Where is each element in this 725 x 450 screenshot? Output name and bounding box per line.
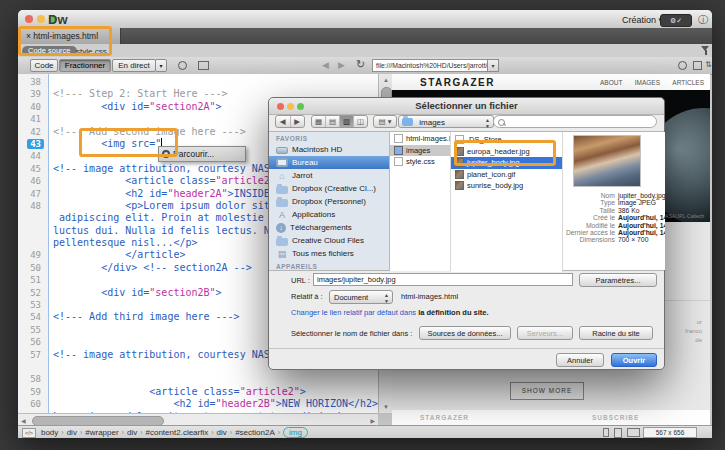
desktop-preview-icon[interactable] xyxy=(627,428,640,437)
breadcrumb-tag-body[interactable]: body xyxy=(41,428,58,437)
sidebar-item-t-l-chargements[interactable]: ↓Téléchargements xyxy=(269,221,389,234)
nav-link-about[interactable]: ABOUT xyxy=(600,79,622,86)
callout-img-src-highlight xyxy=(79,128,178,157)
parameters-button[interactable]: Paramètres... xyxy=(579,273,657,287)
breadcrumb-tag-img[interactable]: img xyxy=(283,427,308,438)
phone-preview-icon[interactable] xyxy=(603,428,609,437)
action-menu-button[interactable]: ▤ ▾ xyxy=(373,115,397,128)
breadcrumb-tag--section2A[interactable]: #section2A xyxy=(235,428,275,437)
sidebar-item-applications[interactable]: AApplications xyxy=(269,208,389,221)
nav-link-articles[interactable]: ARTICLES xyxy=(672,79,704,86)
sidebar-item-dropbox-personnel-[interactable]: Dropbox (Personnel) xyxy=(269,195,389,208)
breadcrumb-tag-div[interactable]: div xyxy=(127,428,137,437)
file-item-style-css[interactable]: style.css xyxy=(390,156,450,168)
line-number: 49 xyxy=(18,249,48,261)
window-size-selector[interactable]: 567 x 656 xyxy=(643,427,697,438)
code-line[interactable]: 60 <h2 id="header2B">NEW HORIZON</h2><p> xyxy=(18,398,378,410)
folder-dropdown[interactable]: images ▲▼ xyxy=(398,115,494,128)
show-more-button[interactable]: SHOW MORE xyxy=(510,382,584,400)
file-item-html-images-html[interactable]: html-images.html xyxy=(390,133,450,145)
file-item-planet-icon-gif[interactable]: planet_icon.gif xyxy=(451,169,562,181)
code-line[interactable]: 38 xyxy=(18,76,378,88)
meta-row: Typeimage JPEG xyxy=(563,199,663,206)
coverflow-view-icon[interactable]: ◫ xyxy=(354,116,367,127)
code-view-button[interactable]: Code xyxy=(30,59,58,72)
info-icon[interactable]: ⓘ xyxy=(698,13,708,27)
address-dropdown-icon[interactable]: ▾ xyxy=(487,59,499,72)
tablet-preview-icon[interactable] xyxy=(614,428,622,438)
servers-button[interactable]: Serveurs... xyxy=(517,326,573,340)
breadcrumb-tag-div[interactable]: div xyxy=(217,428,227,437)
file-management-icon[interactable]: ⇅ xyxy=(705,60,712,69)
sidebar-item-macintosh-hd[interactable]: Macintosh HD xyxy=(269,143,389,156)
sidebar-item-bureau[interactable]: Bureau xyxy=(269,156,389,169)
site-root-button[interactable]: Racine du site xyxy=(579,326,653,340)
preview-site-nav: ABOUTIMAGESARTICLES xyxy=(600,79,704,86)
code-line[interactable]: 58 xyxy=(18,373,378,385)
folder-icon xyxy=(276,238,288,246)
cs-live-button[interactable]: ⚙✓ xyxy=(660,14,692,27)
nav-link-images[interactable]: IMAGES xyxy=(635,79,660,86)
relative-dropdown[interactable]: Document▲▼ xyxy=(329,290,393,304)
dialog-close-button[interactable] xyxy=(277,103,284,110)
breadcrumb-separator-icon: › xyxy=(211,429,213,436)
select-filename-label: Sélectionner le nom de fichier dans : xyxy=(291,329,412,338)
dialog-minimize-button[interactable] xyxy=(287,103,294,110)
dl-icon: ↓ xyxy=(276,223,286,233)
sidebar-item-jarrot[interactable]: ⌂Jarrot xyxy=(269,169,389,182)
meta-row: Nomjupiter_body.jpg xyxy=(563,192,663,199)
relative-dropdown-value: Document xyxy=(334,293,368,302)
icon-view-icon[interactable]: ▦ xyxy=(312,116,326,127)
address-field[interactable]: file:///Macintosh%20HD/Users/jarrott/Dro… xyxy=(372,59,490,72)
url-field[interactable]: images/jupiter_body.jpg xyxy=(313,273,573,286)
sidebar-item-dropbox-creative-cl-[interactable]: Dropbox (Creative Cl...) xyxy=(269,182,389,195)
line-number: 50 xyxy=(18,262,48,274)
breadcrumb-tag--wrapper[interactable]: #wrapper xyxy=(85,428,118,437)
dialog-forward-icon[interactable]: ▶ xyxy=(291,116,305,127)
file-item-images[interactable]: images xyxy=(390,145,450,157)
data-sources-button[interactable]: Sources de données... xyxy=(419,326,511,340)
code-line[interactable]: 59 <article class="article2"> xyxy=(18,386,378,398)
dialog-back-forward[interactable]: ◀▶ xyxy=(275,115,305,128)
preview-site-brand: STARGAZER xyxy=(420,77,495,88)
workspace-switcher[interactable]: Création ▾ xyxy=(622,15,663,25)
action-menu-icon[interactable]: ▤ ▾ xyxy=(374,116,396,127)
column-view-icon[interactable]: ▥ xyxy=(340,116,354,127)
file-item-label: html-images.html xyxy=(406,134,451,143)
open-button[interactable]: Ouvrir xyxy=(611,353,657,367)
inspect-mode-icon[interactable] xyxy=(178,61,187,70)
filter-icon[interactable] xyxy=(701,46,710,55)
sidebar-item-tous-mes-fichiers[interactable]: ▤Tous mes fichiers xyxy=(269,247,389,260)
breadcrumb-tag-div[interactable]: div xyxy=(67,428,77,437)
live-code-icon[interactable] xyxy=(198,61,209,70)
code-navigator-icon[interactable]: </> xyxy=(22,428,36,438)
breadcrumb-tag--content2-clearfix[interactable]: #content2.clearfix xyxy=(146,428,209,437)
minimize-window-button[interactable] xyxy=(37,15,45,23)
file-item-sunrise-body-jpg[interactable]: sunrise_body.jpg xyxy=(451,180,562,192)
split-view-button[interactable]: Fractionner xyxy=(59,59,111,72)
close-window-button[interactable] xyxy=(25,15,33,23)
live-view-dropdown-icon[interactable]: ▾ xyxy=(155,59,167,72)
live-view-button[interactable]: En direct xyxy=(112,59,156,72)
dialog-back-icon[interactable]: ◀ xyxy=(276,116,291,127)
list-view-icon[interactable]: ▤ xyxy=(326,116,340,127)
meta-row: Dernier accès leAujourd'hui, 14:16 xyxy=(563,229,663,236)
view-mode-switcher[interactable]: ▦▤▥◫ xyxy=(311,115,368,128)
preview-browser-icon[interactable] xyxy=(678,61,687,70)
doc-icon xyxy=(394,157,403,166)
sidebar-item-creative-cloud-files[interactable]: Creative Cloud Files xyxy=(269,234,389,247)
dialog-zoom-button[interactable] xyxy=(297,103,304,110)
file-item-label: images xyxy=(406,146,430,155)
change-relative-link[interactable]: Changer le lien relatif par défaut dans xyxy=(291,308,416,317)
allfiles-icon: ▤ xyxy=(276,249,288,259)
file-item-label: planet_icon.gif xyxy=(467,170,515,179)
refresh-icon[interactable]: ↻ xyxy=(356,58,365,71)
relative-dropdown-arrows-icon: ▲▼ xyxy=(384,292,389,304)
w3c-validation-icon[interactable] xyxy=(693,61,702,70)
cancel-button[interactable]: Annuler xyxy=(556,353,604,367)
preview-footer: STARGAZER SUBSCRIBE xyxy=(392,410,710,425)
search-input[interactable] xyxy=(493,115,657,128)
forward-icon[interactable]: ▶ xyxy=(338,60,345,70)
back-icon[interactable]: ◀ xyxy=(322,60,329,70)
tag-selector-bar: </>body›div›#wrapper›div›#content2.clear… xyxy=(18,425,712,438)
